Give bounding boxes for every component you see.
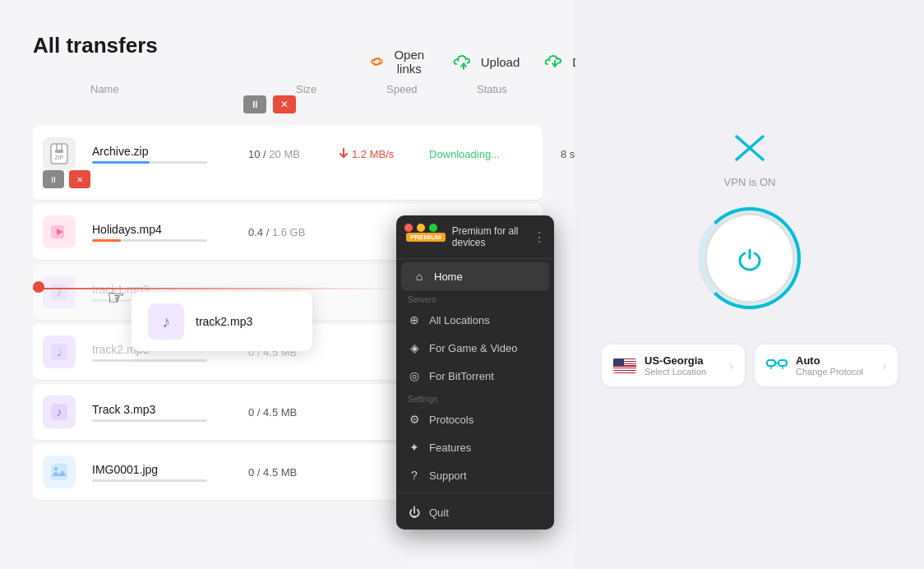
file-name: Archive.zip bbox=[92, 145, 248, 158]
vpn-popup-bottom: ⏻ Quit bbox=[396, 493, 554, 530]
progress-bar bbox=[92, 161, 207, 164]
open-links-label: Open links bbox=[390, 48, 428, 76]
svg-rect-4 bbox=[51, 144, 67, 164]
minimize-traffic-light[interactable] bbox=[417, 224, 425, 232]
row-actions: ⏸ ✕ bbox=[43, 170, 92, 188]
vpn-nav-all-locations[interactable]: ⊕ All Locations bbox=[396, 306, 554, 334]
globe-icon: ⊕ bbox=[408, 313, 421, 326]
svg-point-0 bbox=[372, 59, 382, 64]
vpn-nav-bittorrent-label: For BitTorrent bbox=[429, 370, 494, 382]
vpn-protocol-card[interactable]: Auto Change Protocol › bbox=[755, 345, 898, 386]
row-stop-button[interactable]: ✕ bbox=[69, 170, 90, 188]
progress-fill bbox=[92, 239, 121, 242]
progress-bar bbox=[92, 419, 207, 422]
svg-text:♪: ♪ bbox=[57, 405, 62, 419]
vpn-nav: ⌂ Home Servers ⊕ All Locations ◈ For Gam… bbox=[396, 259, 554, 493]
vpn-location-text: US-Georgia Select Location bbox=[644, 354, 706, 377]
svg-rect-22 bbox=[767, 360, 775, 366]
vpn-bottom-cards: US-Georgia Select Location › Auto bbox=[602, 345, 898, 386]
file-icon-image bbox=[43, 456, 76, 488]
file-name-container: Track 3.mp3 bbox=[92, 403, 248, 422]
vpn-nav-bittorrent[interactable]: ◎ For BitTorrent bbox=[396, 362, 554, 390]
vpn-nav-game-video-label: For Game & Video bbox=[429, 342, 517, 354]
vpn-nav-home-label: Home bbox=[434, 271, 463, 283]
col-name: Name bbox=[90, 83, 296, 95]
maximize-traffic-light[interactable] bbox=[429, 224, 437, 232]
premium-badge: PREMIUM bbox=[406, 233, 446, 242]
svg-point-18 bbox=[54, 467, 58, 470]
vpn-status-text: VPN is ON bbox=[724, 176, 776, 188]
svg-text:♪: ♪ bbox=[162, 312, 170, 331]
traffic-lights bbox=[404, 224, 437, 232]
torrent-icon: ◎ bbox=[408, 369, 421, 382]
header-actions: ⏸ ✕ bbox=[243, 95, 296, 113]
pause-all-button[interactable]: ⏸ bbox=[243, 95, 266, 113]
file-icon-audio: ♪ bbox=[43, 396, 76, 428]
power-icon: ⏻ bbox=[408, 506, 421, 519]
vpn-protocol-subtitle: Change Protocol bbox=[796, 367, 863, 377]
upload-button[interactable]: Upload bbox=[453, 53, 520, 71]
progress-fill bbox=[92, 161, 150, 164]
file-speed: 1.2 MB/s bbox=[339, 148, 429, 160]
vpn-nav-quit-label: Quit bbox=[429, 507, 449, 519]
file-name: Holidays.mp4 bbox=[92, 223, 248, 236]
vpn-location-subtitle: Select Location bbox=[644, 367, 706, 377]
vpn-connected-icon bbox=[733, 133, 766, 169]
support-icon: ? bbox=[408, 469, 421, 482]
vpn-nav-quit[interactable]: ⏻ Quit bbox=[396, 498, 554, 526]
svg-text:♩: ♩ bbox=[57, 345, 62, 359]
file-name-container: IMG0001.jpg bbox=[92, 463, 248, 482]
servers-section-label: Servers bbox=[396, 290, 554, 306]
settings-section-label: Settings bbox=[396, 390, 554, 405]
file-size: 0 / 4.5 MB bbox=[248, 466, 339, 479]
row-pause-button[interactable]: ⏸ bbox=[43, 170, 64, 188]
protocols-icon: ⚙ bbox=[408, 413, 421, 426]
game-icon: ◈ bbox=[408, 341, 421, 354]
file-size: 10 / 20 MB bbox=[248, 148, 339, 160]
vpn-nav-game-video[interactable]: ◈ For Game & Video bbox=[396, 334, 554, 362]
vpn-brand-name: Premium for all devices bbox=[452, 225, 544, 248]
vpn-nav-support-label: Support bbox=[429, 470, 467, 482]
vpn-power-button[interactable] bbox=[705, 213, 795, 303]
file-icon-zip: ZIP bbox=[43, 137, 76, 170]
file-status: Downloading... bbox=[429, 148, 561, 160]
drag-file-icon: ♪ bbox=[148, 303, 184, 340]
download-icon bbox=[544, 53, 566, 71]
file-icon-audio: ♪ bbox=[43, 275, 76, 308]
col-speed: Speed bbox=[386, 83, 477, 95]
vpn-location-title: US-Georgia bbox=[644, 354, 706, 367]
progress-bar bbox=[92, 359, 207, 362]
more-options-button[interactable]: ⋮ bbox=[533, 229, 546, 245]
upload-icon bbox=[453, 53, 474, 71]
protocol-card-arrow: › bbox=[882, 359, 886, 372]
protocol-icon bbox=[766, 357, 788, 375]
close-traffic-light[interactable] bbox=[404, 224, 413, 232]
vpn-popup-header: PREMIUM Premium for all devices ⋮ bbox=[396, 215, 554, 259]
open-links-icon bbox=[370, 54, 384, 69]
us-flag-icon bbox=[613, 359, 636, 373]
vpn-nav-features-label: Features bbox=[429, 442, 471, 454]
open-links-button[interactable]: Open links bbox=[370, 48, 428, 76]
features-icon: ✦ bbox=[408, 441, 421, 454]
vpn-location-card[interactable]: US-Georgia Select Location › bbox=[602, 345, 745, 386]
vpn-protocol-title: Auto bbox=[796, 354, 863, 367]
vpn-app-popup: PREMIUM Premium for all devices ⋮ ⌂ Home… bbox=[396, 215, 554, 530]
vpn-nav-support[interactable]: ? Support bbox=[396, 461, 554, 489]
svg-rect-17 bbox=[51, 464, 67, 480]
vpn-protocol-text: Auto Change Protocol bbox=[796, 354, 863, 377]
svg-rect-7 bbox=[55, 150, 63, 153]
vpn-nav-all-locations-label: All Locations bbox=[429, 314, 490, 326]
vpn-panel: VPN is ON US-Georgia Select Location › bbox=[575, 0, 924, 569]
vpn-nav-features[interactable]: ✦ Features bbox=[396, 433, 554, 461]
file-icon-video bbox=[43, 215, 76, 248]
drag-line bbox=[33, 288, 411, 289]
vpn-nav-protocols[interactable]: ⚙ Protocols bbox=[396, 405, 554, 433]
svg-text:ZIP: ZIP bbox=[55, 155, 64, 160]
file-name: Track 3.mp3 bbox=[92, 403, 248, 416]
vpn-nav-home[interactable]: ⌂ Home bbox=[401, 262, 549, 290]
file-name-container: Archive.zip bbox=[92, 145, 248, 164]
progress-bar bbox=[92, 239, 207, 242]
file-icon-audio2: ♩ bbox=[43, 335, 76, 368]
location-card-arrow: › bbox=[729, 359, 733, 372]
stop-all-button[interactable]: ✕ bbox=[273, 95, 296, 113]
